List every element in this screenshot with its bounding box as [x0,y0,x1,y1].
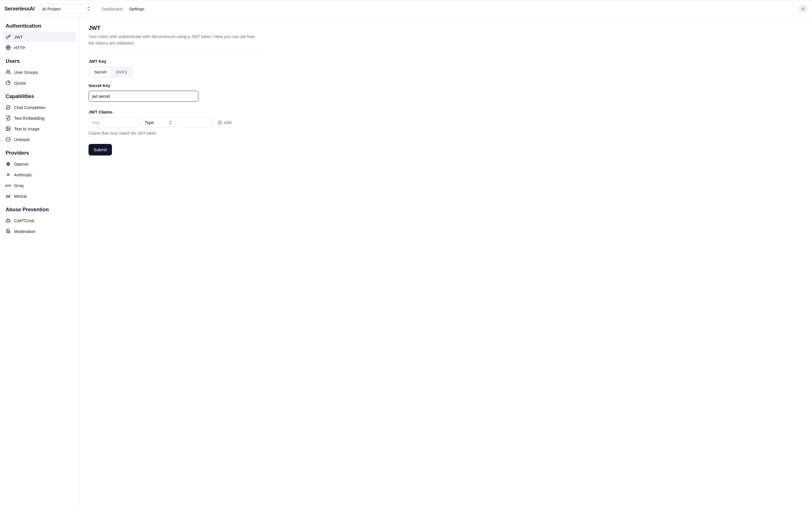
jwt-key-type-tabs: Secret JWKS [89,66,133,77]
claims-type-label: Type [145,120,154,125]
app-body: Authentication JWT HTTP Users [0,17,812,507]
sidebar: Authentication JWT HTTP Users [0,17,79,507]
chevrons-up-down-icon [87,6,90,11]
secret-key-label: Secret Key [89,83,258,88]
tab-secret[interactable]: Secret [90,68,111,76]
add-circle-icon [218,120,222,125]
claims-key-input[interactable] [89,117,139,128]
sidebar-item-label: Chat Completion [14,105,46,110]
sidebar-item-label: User Groups [14,70,38,75]
claims-type-select[interactable]: Type [141,117,176,128]
sidebar-item-text-to-image[interactable]: Text to Image [3,124,76,134]
bell-off-icon [6,229,11,234]
jwt-claims-row: Type Add [89,117,258,128]
add-claim-button[interactable]: Add [215,120,234,125]
mistral-logo-icon [6,193,11,199]
robot-icon [6,218,11,223]
sidebar-item-quota[interactable]: Quota [3,78,76,88]
nav-dashboard[interactable]: Dashboard [102,6,122,11]
svg-rect-9 [8,196,9,196]
sidebar-item-mistral[interactable]: Mistral [3,191,76,201]
pie-chart-icon [6,80,11,86]
page-description: Your users with authenticate with Server… [89,34,258,46]
user-avatar[interactable]: U [799,4,808,13]
nav-settings[interactable]: Settings [129,6,144,11]
jwt-key-label: JWT Key [89,59,258,64]
sidebar-item-label: Quota [14,80,26,86]
project-selector-label: AI Project [42,6,61,11]
sidebar-item-jwt[interactable]: JWT [3,32,76,42]
svg-rect-11 [6,196,10,197]
sidebar-item-http[interactable]: HTTP [3,43,76,53]
sidebar-item-openai[interactable]: OpenAI [3,159,76,169]
sidebar-item-label: Anthropic [14,172,32,177]
globe-icon [6,45,11,50]
file-arrow-icon [6,115,11,121]
sidebar-item-chat-completion[interactable]: Chat Completion [3,102,76,112]
page-title: JWT [89,25,258,31]
anthropic-logo-icon: A\ [6,172,11,177]
svg-rect-6 [6,195,7,195]
sidebar-title-users: Users [6,58,73,64]
sidebar-title-authentication: Authentication [6,23,73,29]
top-nav: Dashboard Settings [102,6,145,11]
brand-name: ServerlessAI [4,6,35,12]
sidebar-item-moderation[interactable]: Moderation [3,226,76,236]
sidebar-section-capabilities: Capabilities Chat Completion Text Embedd… [2,94,77,145]
svg-rect-12 [6,220,10,222]
sidebar-item-label: Groq [14,183,23,188]
svg-rect-10 [9,196,10,196]
svg-rect-8 [6,196,7,196]
svg-point-4 [7,128,8,128]
tab-jwks[interactable]: JWKS [111,68,132,76]
sidebar-item-captcha[interactable]: CAPTCHA [3,216,76,226]
sidebar-item-unlisted[interactable]: Unlisted [3,134,76,145]
sidebar-item-groq[interactable]: groq Groq [3,180,76,190]
svg-rect-7 [9,195,10,195]
sidebar-title-abuse: Abuse Prevention [6,207,73,213]
add-claim-label: Add [224,120,232,125]
users-icon [6,69,11,75]
svg-point-2 [7,70,8,72]
key-icon [6,34,11,40]
project-selector[interactable]: AI Project [39,4,94,14]
sidebar-item-label: CAPTCHA [14,218,35,223]
sidebar-section-abuse: Abuse Prevention CAPTCHA Moderation [2,207,77,236]
sidebar-section-authentication: Authentication JWT HTTP [2,23,77,53]
topbar: ServerlessAI AI Project Dashboard Settin… [0,0,812,17]
image-icon [6,126,11,131]
circle-dashed-icon [6,137,11,142]
jwt-claims-label: JWT Claims [89,110,258,114]
submit-button[interactable]: Submit [89,144,112,156]
sidebar-item-anthropic[interactable]: A\ Anthropic [3,170,76,180]
sidebar-item-label: OpenAI [14,162,29,166]
sidebar-item-label: Mistral [14,194,27,199]
sidebar-section-providers: Providers OpenAI A\ Anthropic groq [2,150,77,201]
sidebar-section-users: Users User Groups Quota [2,58,77,88]
claims-value-input[interactable] [178,117,213,128]
avatar-letter: U [802,6,804,11]
sidebar-title-providers: Providers [6,150,73,156]
chat-icon [6,105,11,110]
main-content: JWT Your users with authenticate with Se… [79,17,812,507]
sidebar-item-label: JWT [14,35,23,40]
sidebar-item-label: HTTP [14,45,25,50]
sidebar-item-user-groups[interactable]: User Groups [3,67,76,77]
chevrons-up-down-icon [169,120,172,125]
claims-helper-text: Claims that must match the JWT token. [89,131,258,135]
sidebar-item-label: Moderation [14,229,35,234]
groq-logo-icon: groq [6,183,11,188]
openai-logo-icon [6,161,11,166]
sidebar-title-capabilities: Capabilities [6,94,73,100]
sidebar-item-label: Text to Image [14,126,40,131]
sidebar-item-label: Text Embedding [14,116,45,121]
secret-key-input[interactable] [89,91,199,102]
sidebar-item-text-embedding[interactable]: Text Embedding [3,113,76,123]
sidebar-item-label: Unlisted [14,137,29,142]
